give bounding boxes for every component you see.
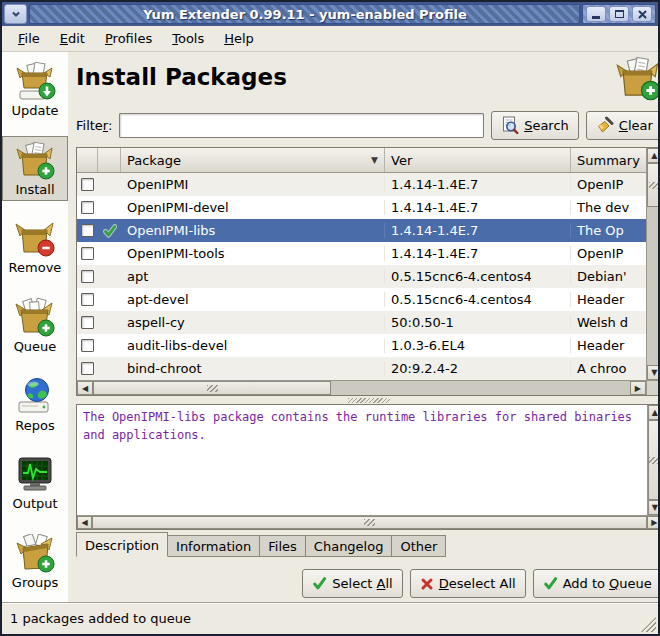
scrollbar-corner bbox=[646, 381, 660, 395]
search-button-label: Search bbox=[524, 118, 569, 133]
add-to-queue-label: Add to Queue bbox=[563, 576, 652, 591]
tab-other[interactable]: Other bbox=[392, 535, 446, 557]
search-button[interactable]: Search bbox=[491, 111, 579, 140]
scroll-track[interactable] bbox=[331, 381, 630, 395]
scroll-down-icon[interactable]: ▼ bbox=[648, 500, 660, 515]
sidebar-label-update: Update bbox=[11, 103, 58, 118]
column-header-package[interactable]: Package ▼ bbox=[121, 148, 385, 172]
row-checkbox[interactable] bbox=[81, 224, 94, 237]
install-packages-icon bbox=[14, 141, 56, 181]
package-table: Package ▼ Ver Summary bbox=[76, 147, 660, 396]
scroll-left-icon[interactable]: ◀ bbox=[77, 516, 92, 529]
table-row-selected[interactable]: OpenIPMI-libs 1.4.14-1.4E.7 The Op bbox=[77, 219, 646, 242]
close-button[interactable] bbox=[632, 6, 652, 22]
description-vertical-scrollbar[interactable]: ▲ ▼ bbox=[647, 405, 660, 515]
sidebar-label-output: Output bbox=[12, 496, 57, 511]
scroll-track[interactable] bbox=[647, 207, 660, 365]
statusbar: 1 packages added to queue bbox=[2, 602, 658, 634]
repositories-globe-icon bbox=[14, 377, 56, 417]
description-text[interactable]: The OpenIPMI-libs package contains the r… bbox=[77, 405, 647, 515]
sidebar-item-install[interactable]: Install bbox=[2, 136, 68, 201]
table-row[interactable]: aspell-cy 50:0.50-1 Welsh d bbox=[77, 311, 646, 334]
action-buttons: Select All Deselect All Add to Queue bbox=[76, 569, 660, 598]
horizontal-scroll-thumb[interactable] bbox=[92, 516, 647, 529]
table-row[interactable]: apt-devel 0.5.15cnc6-4.centos4 Header bbox=[77, 288, 646, 311]
table-horizontal-scrollbar[interactable]: ◀ ▶ bbox=[77, 381, 646, 395]
sidebar-label-queue: Queue bbox=[14, 339, 57, 354]
scroll-down-icon[interactable]: ▼ bbox=[647, 365, 660, 380]
tab-changelog[interactable]: Changelog bbox=[306, 535, 393, 557]
chevron-down-icon bbox=[9, 7, 23, 21]
sidebar-item-queue[interactable]: Queue bbox=[2, 293, 68, 358]
sidebar-item-groups[interactable]: Groups bbox=[2, 529, 68, 594]
detail-tabs: Description Information Files Changelog … bbox=[76, 532, 660, 557]
pane-resize-handle[interactable] bbox=[76, 396, 660, 404]
vertical-scroll-thumb[interactable] bbox=[647, 163, 660, 207]
row-checkbox[interactable] bbox=[81, 270, 94, 283]
scroll-right-icon[interactable]: ▶ bbox=[630, 381, 646, 395]
column-header-status[interactable] bbox=[98, 148, 121, 172]
filter-input[interactable] bbox=[119, 113, 484, 138]
red-x-icon bbox=[420, 577, 434, 591]
scroll-up-icon[interactable]: ▲ bbox=[648, 405, 660, 420]
deselect-all-button[interactable]: Deselect All bbox=[410, 569, 526, 598]
minimize-button[interactable] bbox=[586, 6, 606, 22]
menu-file[interactable]: File bbox=[8, 27, 50, 50]
add-to-queue-button[interactable]: Add to Queue bbox=[533, 569, 660, 598]
scroll-up-icon[interactable]: ▲ bbox=[647, 148, 660, 163]
check-icon bbox=[312, 576, 327, 591]
maximize-button[interactable] bbox=[609, 6, 629, 22]
row-checkbox[interactable] bbox=[81, 339, 94, 352]
column-header-summary[interactable]: Summary bbox=[571, 148, 646, 172]
row-checkbox[interactable] bbox=[81, 247, 94, 260]
horizontal-scroll-thumb[interactable] bbox=[93, 381, 331, 395]
scroll-left-icon[interactable]: ◀ bbox=[77, 381, 93, 395]
table-row[interactable]: OpenIPMI 1.4.14-1.4E.7 OpenIP bbox=[77, 173, 646, 196]
row-checkbox[interactable] bbox=[81, 201, 94, 214]
sidebar-label-remove: Remove bbox=[9, 260, 62, 275]
description-horizontal-scrollbar[interactable]: ◀ ▶ bbox=[77, 515, 660, 529]
sidebar-label-install: Install bbox=[15, 182, 54, 197]
window-menu-button[interactable] bbox=[4, 4, 27, 24]
tab-description[interactable]: Description bbox=[76, 532, 168, 557]
table-row[interactable]: OpenIPMI-tools 1.4.14-1.4E.7 OpenIP bbox=[77, 242, 646, 265]
select-all-button[interactable]: Select All bbox=[302, 569, 402, 598]
row-checkbox[interactable] bbox=[81, 178, 94, 191]
tab-information[interactable]: Information bbox=[168, 535, 260, 557]
row-checkbox[interactable] bbox=[81, 293, 94, 306]
sidebar-item-repos[interactable]: Repos bbox=[2, 372, 68, 437]
table-row[interactable]: apt 0.5.15cnc6-4.centos4 Debian' bbox=[77, 265, 646, 288]
output-monitor-icon bbox=[14, 455, 56, 495]
queued-check-icon bbox=[103, 224, 117, 238]
menu-tools[interactable]: Tools bbox=[162, 27, 214, 50]
menu-help[interactable]: Help bbox=[214, 27, 264, 50]
titlebar-stripes[interactable] bbox=[29, 4, 580, 24]
row-checkbox[interactable] bbox=[81, 316, 94, 329]
titlebar[interactable]: Yum Extender 0.99.11 - yum-enabled Profi… bbox=[2, 2, 658, 26]
table-row[interactable]: OpenIPMI-devel 1.4.14-1.4E.7 The dev bbox=[77, 196, 646, 219]
sort-descending-icon: ▼ bbox=[371, 155, 378, 165]
column-header-ver[interactable]: Ver bbox=[385, 148, 571, 172]
sidebar-item-output[interactable]: Output bbox=[2, 450, 68, 515]
tab-files[interactable]: Files bbox=[260, 535, 306, 557]
vertical-scroll-thumb[interactable] bbox=[648, 420, 660, 500]
menu-edit[interactable]: Edit bbox=[50, 27, 95, 50]
yum-extender-window: Yum Extender 0.99.11 - yum-enabled Profi… bbox=[0, 0, 660, 636]
menu-profiles[interactable]: Profiles bbox=[95, 27, 162, 50]
queue-packages-icon bbox=[14, 298, 56, 338]
filter-label: Filter: bbox=[76, 118, 112, 133]
sidebar-item-update[interactable]: Update bbox=[2, 57, 68, 122]
clear-button[interactable]: Clear bbox=[586, 111, 660, 140]
table-vertical-scrollbar[interactable]: ▲ ▼ bbox=[646, 148, 660, 380]
table-row[interactable]: audit-libs-devel 1.0.3-6.EL4 Header bbox=[77, 334, 646, 357]
minimize-icon bbox=[592, 16, 600, 19]
sidebar-item-remove[interactable]: Remove bbox=[2, 214, 68, 279]
description-panel: The OpenIPMI-libs package contains the r… bbox=[76, 404, 660, 530]
scroll-right-icon[interactable]: ▶ bbox=[647, 516, 660, 529]
row-checkbox[interactable] bbox=[81, 362, 94, 375]
table-row[interactable]: bind-chroot 20:9.2.4-2 A chroo bbox=[77, 357, 646, 380]
deselect-all-label: Deselect All bbox=[439, 576, 516, 591]
sidebar: Update bbox=[2, 52, 68, 602]
column-header-checkbox[interactable] bbox=[77, 148, 98, 172]
sidebar-label-groups: Groups bbox=[12, 575, 58, 590]
